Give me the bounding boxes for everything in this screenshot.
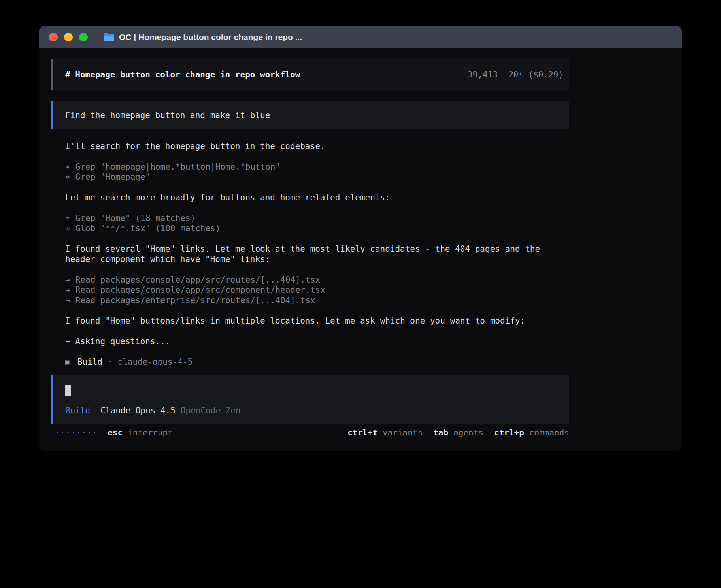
assistant-message: I found several "Home" links. Let me loo… bbox=[65, 244, 569, 264]
close-button[interactable] bbox=[49, 33, 58, 41]
hint-label: agents bbox=[453, 428, 483, 438]
tool-call-text: Glob "**/*.tsx" (100 matches) bbox=[75, 223, 221, 234]
tool-call-text: Read packages/enterprise/src/routes/[...… bbox=[75, 295, 315, 305]
agent-indicator: ▣ Build · claude-opus-4-5 bbox=[65, 357, 569, 367]
agent-icon: ▣ bbox=[65, 357, 70, 367]
user-message-text: Find the homepage button and make it blu… bbox=[65, 110, 270, 121]
user-message: Find the homepage button and make it blu… bbox=[51, 101, 569, 129]
hint-interrupt: esc interrupt bbox=[108, 428, 173, 438]
tool-call-text: Read packages/console/app/src/component/… bbox=[75, 285, 325, 295]
minimize-button[interactable] bbox=[64, 33, 73, 41]
tool-arrow-icon: → bbox=[65, 285, 70, 295]
text-cursor bbox=[65, 385, 71, 396]
tool-call: → Read packages/console/app/src/routes/[… bbox=[65, 275, 569, 285]
key-tab: tab bbox=[433, 428, 448, 438]
tool-call-text: Read packages/console/app/src/routes/[..… bbox=[75, 275, 321, 285]
status-bar-right: ctrl+t variants tab agents ctrl+p comman… bbox=[347, 428, 569, 438]
window-title: OC | Homepage button color change in rep… bbox=[119, 32, 302, 42]
tool-call: ∗ Grep "homepage|home.*button|Home.*butt… bbox=[65, 162, 569, 172]
assistant-message: I found "Home" buttons/links in multiple… bbox=[65, 316, 569, 326]
agent-model: claude-opus-4-5 bbox=[118, 357, 193, 367]
key-ctrl-t: ctrl+t bbox=[347, 428, 377, 438]
assistant-message: Let me search more broadly for buttons a… bbox=[65, 192, 569, 203]
terminal-window: OC | Homepage button color change in rep… bbox=[39, 26, 682, 451]
context-usage: 20% ($0.29) bbox=[508, 70, 563, 80]
tool-bullet-icon: ∗ bbox=[65, 223, 70, 234]
tool-bullet-icon: ∗ bbox=[65, 213, 70, 223]
assistant-message: I'll search for the homepage button in t… bbox=[65, 141, 569, 151]
session-meta: 39,413 20% ($0.29) bbox=[468, 70, 563, 80]
tool-call: ∗ Glob "**/*.tsx" (100 matches) bbox=[65, 223, 569, 234]
tool-call: → Read packages/console/app/src/componen… bbox=[65, 285, 569, 295]
spinner-dots: ········ bbox=[55, 428, 98, 438]
tool-call: ∗ Grep "Homepage" bbox=[65, 172, 569, 182]
zoom-button[interactable] bbox=[79, 33, 88, 41]
traffic-lights bbox=[49, 33, 88, 41]
tool-call-group: ∗ Grep "homepage|home.*button|Home.*butt… bbox=[65, 162, 569, 182]
tool-call-group: ∗ Grep "Home" (18 matches) ∗ Glob "**/*.… bbox=[65, 213, 569, 234]
folder-icon bbox=[104, 33, 114, 41]
hint-variants: ctrl+t variants bbox=[347, 428, 423, 438]
hint-label: commands bbox=[529, 428, 569, 438]
status-bar: ········ esc interrupt ctrl+t variants t… bbox=[51, 428, 569, 438]
hint-label: interrupt bbox=[128, 428, 173, 438]
hint-commands: ctrl+p commands bbox=[494, 428, 569, 438]
tool-call-text: Grep "Homepage" bbox=[75, 172, 151, 182]
tool-arrow-icon: → bbox=[65, 295, 70, 305]
tool-call: ∗ Grep "Home" (18 matches) bbox=[65, 213, 569, 223]
input-mode-badge: Build bbox=[65, 405, 90, 416]
tool-bullet-icon: ∗ bbox=[65, 172, 70, 182]
tool-arrow-icon: → bbox=[65, 275, 70, 285]
token-count: 39,413 bbox=[468, 70, 498, 80]
key-esc: esc bbox=[108, 428, 123, 438]
agent-name: Build bbox=[77, 357, 102, 367]
prompt-input[interactable]: Build Claude Opus 4.5 OpenCode Zen bbox=[51, 375, 569, 424]
hint-label: variants bbox=[383, 428, 423, 438]
tool-call-text: Grep "Home" (18 matches) bbox=[75, 213, 195, 223]
window-title-group: OC | Homepage button color change in rep… bbox=[104, 32, 302, 42]
agent-separator: · bbox=[108, 357, 113, 367]
terminal-content: # Homepage button color change in repo w… bbox=[39, 48, 682, 438]
input-meta: Build Claude Opus 4.5 OpenCode Zen bbox=[65, 405, 557, 416]
provider-name: OpenCode Zen bbox=[181, 405, 241, 416]
tool-call-text: Grep "homepage|home.*button|Home.*button… bbox=[75, 162, 280, 172]
conversation: I'll search for the homepage button in t… bbox=[51, 141, 569, 367]
model-name: Claude Opus 4.5 bbox=[100, 405, 176, 416]
titlebar[interactable]: OC | Homepage button color change in rep… bbox=[39, 26, 682, 48]
status-asking-questions: ~ Asking questions... bbox=[65, 336, 569, 347]
tool-call: → Read packages/enterprise/src/routes/[.… bbox=[65, 295, 569, 305]
tool-bullet-icon: ∗ bbox=[65, 162, 70, 172]
key-ctrl-p: ctrl+p bbox=[494, 428, 524, 438]
status-bar-left: ········ esc interrupt bbox=[55, 428, 173, 438]
hint-agents: tab agents bbox=[433, 428, 483, 438]
session-header: # Homepage button color change in repo w… bbox=[51, 59, 569, 90]
session-title: # Homepage button color change in repo w… bbox=[65, 70, 300, 80]
tool-call-group: → Read packages/console/app/src/routes/[… bbox=[65, 275, 569, 305]
